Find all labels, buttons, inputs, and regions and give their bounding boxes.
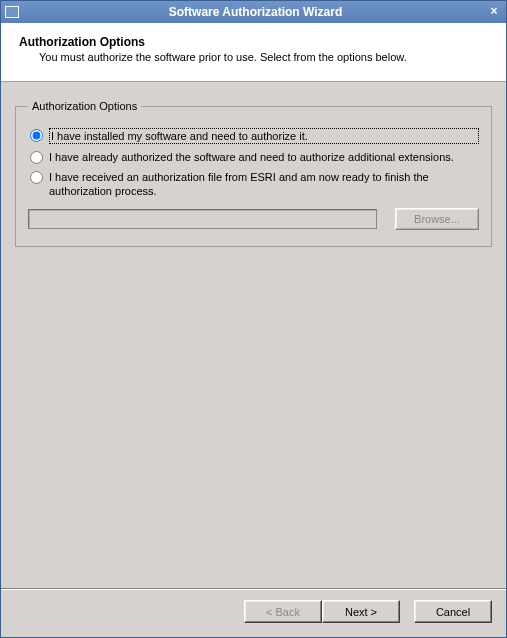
footer: < Back Next > Cancel [1,590,506,637]
cancel-button[interactable]: Cancel [414,600,492,623]
group-legend: Authorization Options [28,100,141,112]
header-panel: Authorization Options You must authorize… [1,23,506,82]
radio-file[interactable] [30,171,43,184]
authorization-file-path-input [28,209,377,229]
radio-install[interactable] [30,129,43,142]
wizard-window: Software Authorization Wizard × Authoriz… [0,0,507,638]
app-icon [5,6,19,18]
next-button[interactable]: Next > [322,600,400,623]
window-title: Software Authorization Wizard [25,5,486,19]
close-icon[interactable]: × [486,5,502,19]
radio-label-extensions[interactable]: I have already authorized the software a… [49,150,479,164]
radio-label-file[interactable]: I have received an authorization file fr… [49,170,479,198]
browse-row: Browse... [28,208,479,230]
option-row-install[interactable]: I have installed my software and need to… [28,128,479,144]
option-row-extensions[interactable]: I have already authorized the software a… [28,150,479,164]
authorization-options-group: Authorization Options I have installed m… [15,100,492,247]
radio-label-install[interactable]: I have installed my software and need to… [49,128,479,144]
button-gap [400,600,414,623]
page-title: Authorization Options [19,35,488,49]
back-button: < Back [244,600,322,623]
spacer [15,247,492,580]
page-subtitle: You must authorize the software prior to… [39,51,488,63]
radio-extensions[interactable] [30,151,43,164]
content-area: Authorization Options I have installed m… [1,82,506,588]
browse-button: Browse... [395,208,479,230]
titlebar: Software Authorization Wizard × [1,1,506,23]
option-row-file[interactable]: I have received an authorization file fr… [28,170,479,198]
